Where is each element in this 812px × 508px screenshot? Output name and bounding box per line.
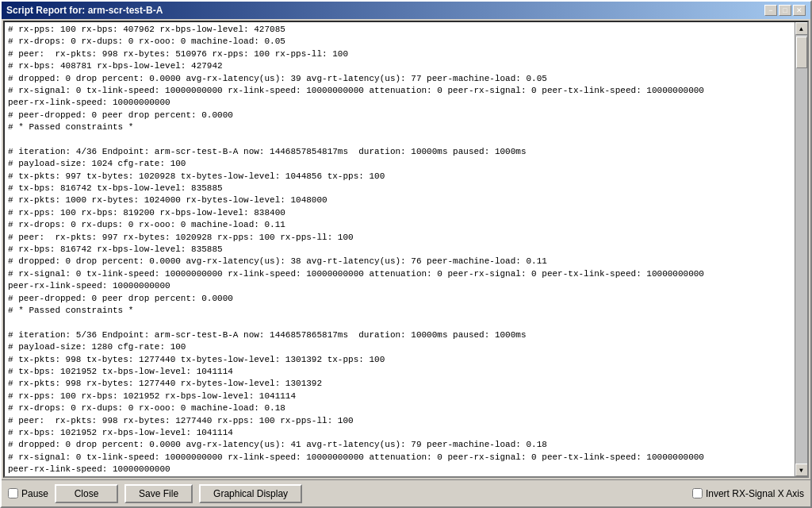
invert-rx-checkbox[interactable] [692,488,703,498]
maximize-button[interactable]: □ [779,5,791,16]
invert-rx-container: Invert RX-Signal X Axis [692,488,804,499]
pause-container: Pause [8,488,48,499]
report-text[interactable]: # rx-pps: 100 rx-bps: 407962 rx-bps-low-… [5,22,795,476]
minimize-button[interactable]: − [764,5,777,16]
scroll-down-button[interactable]: ▼ [795,464,808,476]
close-button[interactable]: ✕ [793,5,806,16]
scroll-thumb[interactable] [796,37,807,68]
vertical-scrollbar[interactable]: ▲ ▼ [795,22,807,476]
window-title: Script Report for: arm-scr-test-B-A [6,5,163,16]
save-file-button[interactable]: Save File [124,484,193,503]
content-area: # rx-pps: 100 rx-bps: 407962 rx-bps-low-… [3,21,809,478]
title-bar-buttons: − □ ✕ [764,5,806,16]
close-button[interactable]: Close [55,484,118,503]
graphical-display-button[interactable]: Graphical Display [199,484,302,503]
pause-label: Pause [21,488,48,499]
bottom-toolbar: Pause Close Save File Graphical Display … [2,479,810,506]
scroll-track[interactable] [795,35,808,464]
scroll-up-button[interactable]: ▲ [795,22,808,35]
main-window: Script Report for: arm-scr-test-B-A − □ … [0,0,812,508]
invert-rx-label: Invert RX-Signal X Axis [706,488,804,499]
pause-checkbox[interactable] [8,488,18,498]
title-bar: Script Report for: arm-scr-test-B-A − □ … [2,2,810,19]
